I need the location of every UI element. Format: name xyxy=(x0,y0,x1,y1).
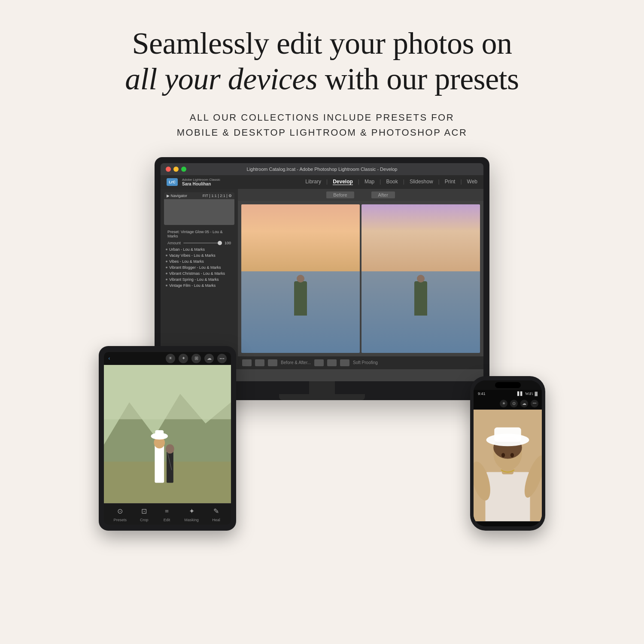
photo-sky-before xyxy=(241,204,360,271)
presets-icon: ⊙ xyxy=(115,506,125,516)
iphone-sun-icon[interactable]: ☀ xyxy=(500,400,507,407)
lr-nav-library[interactable]: Library xyxy=(305,179,321,185)
lr-amount-label: Amount xyxy=(167,241,181,245)
lr-soft-proofing-text: Soft Proofing xyxy=(353,360,378,365)
iphone-notch xyxy=(474,380,542,390)
iphone-more-icon[interactable]: ••• xyxy=(531,400,538,407)
list-item[interactable]: Vibrant Blogger - Lou & Marks xyxy=(164,264,234,270)
lr-preset-label: Preset: Vintage Glow 05 - Lou & Marks xyxy=(167,230,231,238)
list-item[interactable]: Vibes - Lou & Marks xyxy=(164,258,234,264)
ipad-toolbar-icons: ☀ ✦ ⊞ ☁ ••• xyxy=(166,354,227,363)
lr-presets-list: Urban - Lou & Marks Vacay Vibes - Lou & … xyxy=(164,246,234,289)
headline-title: Seamlessly edit your photos on all your … xyxy=(125,26,519,97)
ipad-tool-heal[interactable]: ✎ Heal xyxy=(211,506,222,522)
monitor-stand-neck xyxy=(309,381,335,394)
ipad-icon-layers[interactable]: ⊞ xyxy=(191,354,201,363)
lr-bottom-btn-5[interactable] xyxy=(327,359,337,366)
photo-figure-after xyxy=(414,281,427,316)
list-item[interactable]: Vibrant Christmas - Lou & Marks xyxy=(164,270,234,276)
iphone-photo xyxy=(474,410,542,521)
lr-navigator-header: ▶ Navigator FIT | 1:1 | 2:1 | ⚙ xyxy=(164,192,234,199)
lr-before-photo xyxy=(241,204,360,353)
lr-before-label: Before xyxy=(326,191,354,198)
preset-dot-icon xyxy=(166,267,167,268)
lr-bottom-btn-6[interactable] xyxy=(340,359,349,366)
wifi-icon: WiFi xyxy=(525,392,533,396)
minimize-button-icon[interactable] xyxy=(173,167,179,172)
lr-after-photo xyxy=(361,204,480,353)
iphone-status-bar: 9:41 ▋▋ WiFi ▓ xyxy=(474,390,542,398)
list-item[interactable]: Urban - Lou & Marks xyxy=(164,246,234,252)
ipad-tool-masking[interactable]: ✦ Masking xyxy=(184,506,199,522)
lr-bottom-btn-1[interactable] xyxy=(242,359,252,366)
battery-icon: ▓ xyxy=(535,392,538,396)
headline-suffix: with our presets xyxy=(317,62,519,96)
maximize-button-icon[interactable] xyxy=(181,167,186,172)
ipad-back-icon[interactable]: ‹ xyxy=(108,355,110,362)
ipad-icon-star[interactable]: ✦ xyxy=(179,354,188,363)
lr-nav-develop[interactable]: Develop xyxy=(333,179,353,185)
subtitle-line2: MOBILE & DESKTOP LIGHTROOM & PHOTOSHOP A… xyxy=(177,127,468,138)
photo-figure-before xyxy=(294,281,307,316)
ipad-bottom-toolbar: ⊙ Presets ⊡ Crop ≡ Edit ✦ Masking ✎ He xyxy=(104,503,231,525)
lr-topbar: LrC Adobe Lightroom Classic Sara Houliha… xyxy=(161,175,483,189)
lr-after-label: After xyxy=(371,191,395,198)
lr-main-area: ▶ Navigator FIT | 1:1 | 2:1 | ⚙ Preset: … xyxy=(161,189,483,369)
lr-nav-slideshow[interactable]: Slideshow xyxy=(410,179,433,185)
lr-bottom-bar: Before & After... Soft Proofing xyxy=(238,356,483,369)
subtitle-line1: ALL OUR COLLECTIONS INCLUDE PRESETS FOR xyxy=(190,112,454,123)
ipad-device: ‹ ☀ ✦ ⊞ ☁ ••• xyxy=(99,346,236,531)
lr-nav-web[interactable]: Web xyxy=(467,179,477,185)
lr-nav-book[interactable]: Book xyxy=(386,179,398,185)
lr-photo-area: Before After xyxy=(238,189,483,369)
iphone-cloud-icon[interactable]: ☁ xyxy=(520,400,528,407)
lr-before-after-text: Before & After... xyxy=(281,360,311,365)
lr-bottom-btn-3[interactable] xyxy=(268,359,277,366)
lr-logo: LrC xyxy=(167,178,178,186)
lr-bottom-btn-4[interactable] xyxy=(314,359,324,366)
ipad-tool-crop[interactable]: ⊡ Crop xyxy=(139,506,149,522)
lr-photos-container xyxy=(238,201,483,356)
close-button-icon[interactable] xyxy=(166,167,171,172)
notch-pill xyxy=(495,382,521,388)
portrait-photo-sim xyxy=(474,410,542,521)
lr-preset-name-row: Preset: Vintage Glow 05 - Lou & Marks xyxy=(164,228,234,240)
lr-nav-map[interactable]: Map xyxy=(365,179,374,185)
preset-dot-icon xyxy=(166,261,167,262)
list-item[interactable]: Vibrant Spring - Lou & Marks xyxy=(164,276,234,283)
svg-point-22 xyxy=(510,453,514,457)
svg-rect-4 xyxy=(155,445,164,483)
ipad-tool-presets[interactable]: ⊙ Presets xyxy=(113,506,127,522)
monitor-stand-base xyxy=(279,394,365,400)
list-item[interactable]: Vacay Vibes - Lou & Marks xyxy=(164,252,234,258)
svg-rect-8 xyxy=(167,451,173,483)
iphone-tools-icon[interactable]: ⊙ xyxy=(510,400,518,407)
masking-icon: ✦ xyxy=(186,506,197,516)
iphone-time: 9:41 xyxy=(478,392,486,396)
preset-dot-icon xyxy=(166,255,167,256)
crop-icon: ⊡ xyxy=(139,506,149,516)
lr-bottom-btn-2[interactable] xyxy=(255,359,264,366)
ipad-presets-label: Presets xyxy=(113,518,127,522)
iphone-bottom-toolbar: ⊙ Presets ⊡ Crop ≡ Edit ✦ Masking ✎ He xyxy=(474,521,542,526)
preset-dot-icon xyxy=(166,249,167,250)
ipad-screen: ‹ ☀ ✦ ⊞ ☁ ••• xyxy=(104,352,231,525)
before-photo-sim xyxy=(241,204,360,353)
ipad-icon-sun[interactable]: ☀ xyxy=(166,354,175,363)
lr-navigator-preview xyxy=(164,199,234,225)
preset-dot-icon xyxy=(166,273,167,274)
lr-nav-print[interactable]: Print xyxy=(445,179,456,185)
svg-rect-3 xyxy=(104,365,231,419)
svg-rect-7 xyxy=(155,430,164,438)
ipad-crop-label: Crop xyxy=(140,518,149,522)
ipad-icon-more[interactable]: ••• xyxy=(217,354,227,363)
ipad-icon-cloud[interactable]: ☁ xyxy=(204,354,214,363)
svg-rect-20 xyxy=(494,428,521,442)
ipad-tool-edit[interactable]: ≡ Edit xyxy=(161,506,172,522)
monitor-titlebar: Lightroom Catalog.lrcat - Adobe Photosho… xyxy=(161,163,483,175)
after-photo-sim xyxy=(361,204,480,353)
photo-sky-after xyxy=(361,204,480,271)
list-item[interactable]: Vintage Film - Lou & Marks xyxy=(164,283,234,289)
lr-before-after-labels: Before After xyxy=(238,189,483,201)
lr-amount-slider[interactable] xyxy=(183,243,222,243)
